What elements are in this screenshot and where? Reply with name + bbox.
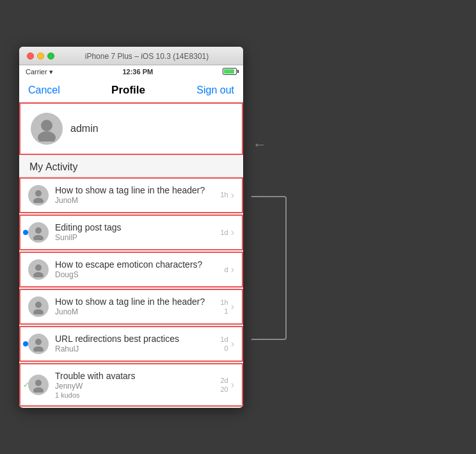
window-title: iPhone 7 Plus – iOS 10.3 (14E8301) [58,52,235,61]
svg-point-4 [35,227,42,234]
maximize-button[interactable] [47,53,54,60]
chevron-icon-6: › [231,379,234,391]
item-count-6: 20 [220,385,228,393]
item-count-5: 0 [225,345,228,352]
title-bar: iPhone 7 Plus – iOS 10.3 (14E8301) [19,47,243,65]
item-kudos-6: 1 kudos [55,391,215,399]
item-time-6: 2d [220,377,228,384]
svg-point-0 [41,120,52,131]
item-title-5: URL redirections best practices [55,334,215,344]
item-author-6: JennyW [55,382,215,391]
profile-username: admin [70,123,99,134]
chevron-icon-3: › [231,264,234,275]
svg-point-3 [33,198,44,203]
item-content-6: Trouble with avatars JennyW 1 kudos [55,371,215,399]
cancel-button[interactable]: Cancel [28,85,60,96]
svg-point-12 [35,380,42,386]
item-meta-2: 1d [220,229,228,236]
annotation-bracket [251,196,287,340]
svg-point-2 [35,190,42,197]
avatar [31,113,63,145]
item-author-1: JunoM [55,196,215,205]
chevron-icon-5: › [231,338,234,350]
activity-item-2[interactable]: Editing post tags SunilP 1d › [19,215,243,250]
item-author-5: RahulJ [55,345,215,353]
svg-point-7 [33,272,44,277]
item-time-4: 1h [220,298,228,306]
unread-dot-2 [23,230,28,235]
item-content-4: How to show a tag line in the header? Ju… [55,296,215,316]
chevron-icon-4: › [231,301,234,312]
item-title-1: How to show a tag line in the header? [55,185,215,195]
svg-point-10 [35,339,42,345]
item-meta-5: 1d 0 [220,336,228,352]
item-time-1: 1h [220,191,228,199]
item-avatar-2 [28,222,49,243]
item-count-4: 1 [225,307,228,315]
svg-point-11 [33,346,44,352]
svg-point-1 [38,131,56,142]
activity-item-1[interactable]: How to show a tag line in the header? Ju… [19,177,243,213]
item-author-2: SunilP [55,233,215,242]
item-avatar-6 [28,375,49,395]
simulator-window: iPhone 7 Plus – iOS 10.3 (14E8301) Carri… [19,47,243,408]
item-title-4: How to show a tag line in the header? [55,296,215,307]
item-content-5: URL redirections best practices RahulJ [55,334,215,353]
item-title-6: Trouble with avatars [55,371,215,381]
unread-dot-5 [23,341,28,346]
chevron-icon-1: › [231,190,234,201]
svg-point-8 [35,302,42,308]
item-avatar-3 [28,259,49,280]
activity-list: How to show a tag line in the header? Ju… [19,177,243,407]
svg-point-6 [35,264,42,271]
activity-item-4[interactable]: How to show a tag line in the header? Ju… [19,289,243,325]
item-content-1: How to show a tag line in the header? Ju… [55,185,215,205]
item-meta-4: 1h 1 [220,298,228,315]
status-right [223,68,237,76]
desktop: iPhone 7 Plus – iOS 10.3 (14E8301) Carri… [0,0,476,454]
activity-item-6[interactable]: ✓ Trouble with avatars JennyW 1 kudos 2d… [19,363,243,407]
item-meta-6: 2d 20 [220,377,228,393]
minimize-button[interactable] [37,53,44,60]
item-content-2: Editing post tags SunilP [55,222,215,242]
profile-section: admin [19,102,243,155]
wifi-icon: ▾ [49,68,53,76]
chevron-icon-2: › [231,227,234,238]
status-time: 12:36 PM [122,68,153,76]
item-author-4: JunoM [55,307,215,316]
check-icon-6: ✓ [23,380,29,389]
activity-item-5[interactable]: URL redirections best practices RahulJ 1… [19,326,243,362]
item-title-3: How to escape emoticon characters? [55,259,219,270]
item-time-3: d [225,266,228,273]
close-button[interactable] [27,53,34,60]
profile-title: Profile [111,84,145,97]
item-meta-3: d [225,266,228,273]
sign-out-button[interactable]: Sign out [196,85,234,96]
section-heading: My Activity [19,155,243,177]
svg-point-5 [33,235,44,240]
traffic-lights [27,53,54,60]
status-carrier: Carrier ▾ [26,68,53,76]
item-author-3: DougS [55,270,219,279]
item-avatar-4 [28,296,49,317]
nav-bar: Cancel Profile Sign out [19,79,243,102]
activity-item-3[interactable]: How to escape emoticon characters? DougS… [19,252,243,288]
item-avatar-5 [28,334,49,354]
item-content-3: How to escape emoticon characters? DougS [55,259,219,279]
annotation-arrow-left: ← [253,136,267,153]
svg-point-9 [33,309,44,314]
battery-icon [223,68,237,76]
item-title-2: Editing post tags [55,222,215,232]
item-time-5: 1d [220,336,228,343]
item-time-2: 1d [220,229,228,236]
svg-point-13 [33,387,44,393]
item-avatar-1 [28,185,49,206]
item-meta-1: 1h [220,191,228,200]
status-bar: Carrier ▾ 12:36 PM [19,65,243,79]
